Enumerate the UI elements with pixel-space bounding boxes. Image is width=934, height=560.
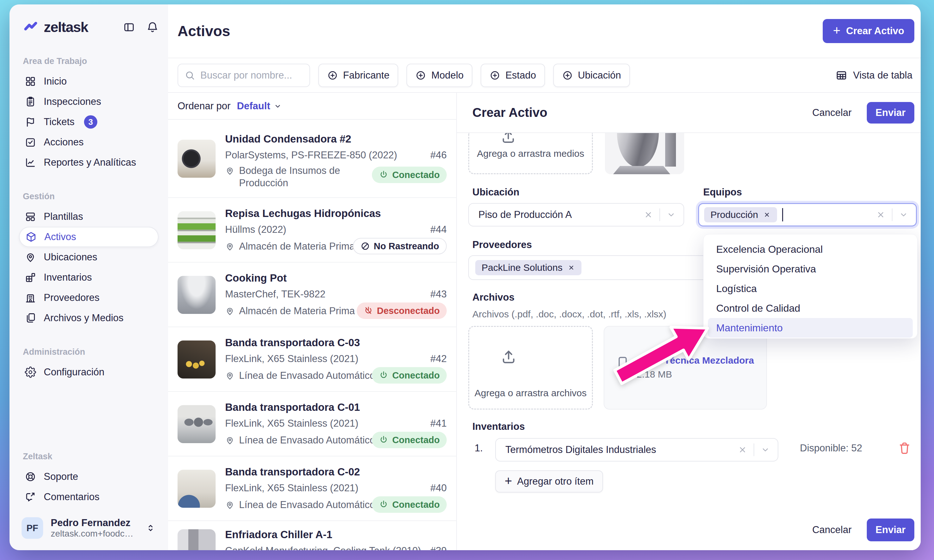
section-administracion: Administración: [23, 347, 159, 357]
sidebar-item-acciones[interactable]: Acciones: [19, 132, 159, 152]
clear-icon[interactable]: [738, 445, 747, 454]
sidebar-item-ubicaciones[interactable]: Ubicaciones: [19, 247, 159, 267]
asset-location: Almacén de Materia Prima: [225, 240, 355, 253]
asset-name: Cooking Pot: [225, 272, 287, 284]
dropdown-option-excelencia[interactable]: Excelencia Operacional: [708, 240, 913, 259]
filter-estado[interactable]: Estado: [481, 64, 545, 87]
list-item[interactable]: Enfriadora Chiller A-1 CapKold Manufactu…: [168, 521, 456, 550]
list-item[interactable]: Banda transportadora C-03 FlexLink, X65 …: [168, 327, 456, 392]
filter-fabricante[interactable]: Fabricante: [318, 64, 398, 87]
sort-selector[interactable]: Default: [237, 100, 282, 112]
power-icon: [379, 500, 388, 509]
list-item[interactable]: Repisa Lechugas Hidropónicas Hüllms (202…: [168, 198, 456, 263]
gear-icon: [25, 366, 36, 378]
dropdown-option-mantenimiento[interactable]: Mantenimiento: [708, 318, 913, 338]
section-area-de-trabajo: Area de Trabajo: [23, 56, 159, 66]
power-icon: [379, 435, 388, 445]
sort-label: Ordenar por: [178, 100, 230, 112]
asset-list: Ordenar por Default Unidad Condensadora …: [168, 93, 457, 550]
dropdown-option-logistica[interactable]: Logística: [708, 279, 913, 298]
cancel-button-footer[interactable]: Cancelar: [812, 524, 852, 535]
remove-tag-icon[interactable]: [763, 211, 771, 218]
chevron-up-down-icon: [145, 523, 156, 533]
tag-packline[interactable]: PackLine Solutions: [475, 260, 582, 275]
chevron-down-icon[interactable]: [667, 210, 676, 220]
sidebar-item-proveedores[interactable]: Proveedores: [19, 288, 159, 308]
notifications-bell-icon[interactable]: [147, 21, 159, 33]
equipos-multiselect[interactable]: Producción: [698, 203, 917, 226]
asset-thumbnail: [178, 276, 216, 314]
remove-tag-icon[interactable]: [568, 264, 575, 271]
asset-maker: FlexLink, X65 Stainless (2021): [225, 353, 358, 365]
search-box[interactable]: [178, 64, 310, 87]
feedback-icon: [25, 491, 36, 503]
upload-icon: [500, 348, 562, 365]
sidebar-item-activos[interactable]: Activos: [19, 227, 159, 247]
user-menu[interactable]: PF Pedro Fernandez zeltask.com+foodco.pe…: [19, 517, 159, 539]
lifebuoy-icon: [25, 471, 36, 482]
sidebar-item-tickets[interactable]: Tickets 3: [19, 112, 159, 132]
power-icon: [379, 371, 388, 380]
asset-id: #46: [430, 149, 447, 161]
logo-icon: [22, 20, 39, 34]
dropdown-option-supervision[interactable]: Supervisión Operativa: [708, 259, 913, 279]
asset-name: Banda transportadora C-02: [225, 466, 360, 478]
list-item[interactable]: Unidad Condensadora #2 PolarSystems, PS-…: [168, 120, 456, 198]
file-upload-dropzone[interactable]: Agrega o arrastra archivos: [468, 326, 593, 409]
cancel-button[interactable]: Cancelar: [812, 107, 852, 118]
list-item[interactable]: Banda transportadora C-01 FlexLink, X65 …: [168, 392, 456, 457]
chevron-down-icon: [273, 102, 282, 111]
create-asset-button[interactable]: + Crear Activo: [823, 19, 914, 43]
plus-circle-icon: [489, 70, 500, 81]
tag-produccion[interactable]: Producción: [704, 207, 777, 222]
sidebar-item-soporte[interactable]: Soporte: [19, 466, 159, 487]
sidebar-item-inicio[interactable]: Inicio: [19, 71, 159, 92]
list-item[interactable]: Banda transportadora C-02 FlexLink, X65 …: [168, 457, 456, 521]
section-gestion: Gestión: [23, 192, 159, 202]
sidebar-item-configuracion[interactable]: Configuración: [19, 362, 159, 382]
table-view-toggle[interactable]: Vista de tabla: [835, 69, 912, 82]
section-zeltask: Zeltask: [23, 452, 159, 462]
asset-location: Línea de Envasado Automático: [225, 499, 375, 511]
submit-button[interactable]: Enviar: [867, 102, 914, 123]
submit-button-footer[interactable]: Enviar: [867, 518, 914, 541]
search-input[interactable]: [201, 70, 303, 81]
add-item-button[interactable]: + Agregar otro ítem: [495, 470, 603, 492]
filter-ubicacion[interactable]: Ubicación: [553, 64, 630, 87]
sidebar-toggle-icon[interactable]: [123, 21, 135, 33]
logo[interactable]: zeltask: [22, 19, 88, 35]
clear-icon[interactable]: [644, 210, 653, 220]
asset-maker: PolarSystems, PS-FREEZE-850 (2022): [225, 149, 397, 161]
power-icon: [379, 170, 388, 180]
chevron-down-icon[interactable]: [899, 210, 908, 220]
layout-icon: [25, 211, 36, 222]
filter-modelo[interactable]: Modelo: [406, 64, 472, 87]
clear-icon[interactable]: [876, 210, 886, 220]
asset-location: Almacén de Materia Prima: [225, 305, 355, 317]
flag-icon: [25, 116, 36, 128]
asset-maker: CapKold Manufacturing, Cooling Tank (201…: [225, 545, 421, 550]
user-name: Pedro Fernandez: [51, 517, 137, 529]
sidebar-item-plantillas[interactable]: Plantillas: [19, 206, 159, 227]
asset-id: #43: [430, 289, 447, 300]
ubicacion-select[interactable]: Piso de Producción A: [468, 203, 684, 226]
sidebar-item-comentarios[interactable]: Comentarios: [19, 487, 159, 507]
sidebar-item-reportes[interactable]: Reportes y Analíticas: [19, 152, 159, 172]
inventario-select[interactable]: Termómetros Digitales Industriales: [495, 438, 778, 462]
list-item[interactable]: Cooking Pot MasterChef, TEK-9822 Almacén…: [168, 263, 456, 327]
status-badge: Conectado: [372, 167, 447, 183]
media-upload-dropzone[interactable]: Agrega o arrastra medios: [468, 133, 593, 174]
dropdown-option-control[interactable]: Control de Calidad: [708, 298, 913, 318]
sidebar-item-inspecciones[interactable]: Inspecciones: [19, 92, 159, 112]
sidebar-item-archivos[interactable]: Archivos y Medios: [19, 308, 159, 328]
chevron-down-icon[interactable]: [761, 445, 770, 454]
delete-inventory-row-button[interactable]: [897, 441, 911, 455]
inventory-row-index: 1.: [475, 443, 483, 454]
search-icon: [185, 70, 195, 81]
status-badge: Conectado: [372, 367, 447, 383]
map-pin-icon: [225, 166, 235, 175]
sidebar-item-inventarios[interactable]: Inventarios: [19, 267, 159, 288]
asset-name: Banda transportadora C-03: [225, 337, 360, 349]
media-thumbnail-mixer[interactable]: [605, 133, 684, 174]
asset-location: Línea de Envasado Automático: [225, 434, 375, 447]
